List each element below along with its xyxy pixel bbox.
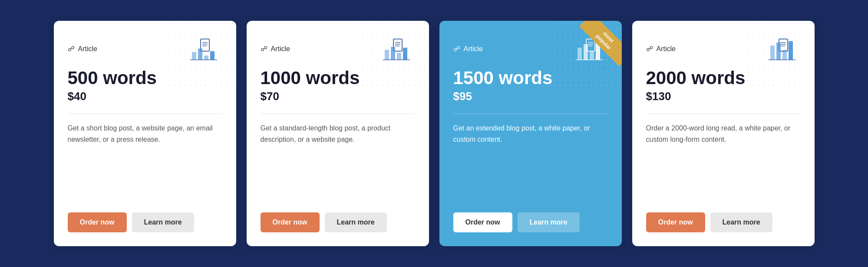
svg-rect-7 <box>210 51 215 60</box>
article-icon-500: ☍ <box>68 45 75 53</box>
card-actions-500: Order now Learn more <box>68 212 222 232</box>
card-actions-2000: Order now Learn more <box>646 212 801 232</box>
card-header-1000: ☍ Article <box>261 35 415 63</box>
svg-rect-34 <box>789 41 793 60</box>
svg-rect-24 <box>590 51 594 60</box>
card-2000: ☍ Article 2000 words $130 Order a 2000-w… <box>632 21 815 246</box>
pricing-cards: ☍ Article 500 words $40 Get a short blog… <box>43 21 825 246</box>
svg-rect-13 <box>385 50 389 60</box>
card-label-500: ☍ Article <box>68 45 97 53</box>
card-divider-1500 <box>453 114 608 114</box>
card-divider-2000 <box>646 114 801 114</box>
card-label-text-2000: Article <box>657 45 676 53</box>
article-icon-1000: ☍ <box>261 45 267 53</box>
card-500: ☍ Article 500 words $40 Get a short blog… <box>54 21 236 246</box>
svg-rect-15 <box>397 53 401 60</box>
card-description-2000: Order a 2000-word long read, a white pap… <box>646 123 801 199</box>
svg-rect-4 <box>192 52 196 60</box>
svg-rect-33 <box>782 50 787 60</box>
svg-rect-23 <box>584 44 588 60</box>
svg-rect-16 <box>403 48 407 60</box>
svg-rect-31 <box>770 46 775 60</box>
order-button-2000[interactable]: Order now <box>646 212 705 232</box>
card-divider-500 <box>68 114 222 114</box>
order-button-1500[interactable]: Order now <box>453 212 512 232</box>
card-header-500: ☍ Article <box>68 35 222 63</box>
card-actions-1500: Order now Learn more <box>453 212 608 232</box>
card-title-1500: 1500 words <box>453 68 608 88</box>
card-label-text-500: Article <box>78 45 97 53</box>
chart-illustration-1000 <box>380 35 415 63</box>
card-price-1500: $95 <box>453 90 608 103</box>
chart-illustration-2000 <box>766 35 801 63</box>
card-label-1000: ☍ Article <box>261 45 290 53</box>
order-button-1000[interactable]: Order now <box>261 212 320 232</box>
order-button-500[interactable]: Order now <box>68 212 127 232</box>
chart-illustration-500 <box>188 35 222 63</box>
svg-rect-22 <box>578 48 582 60</box>
learn-button-1500[interactable]: Learn more <box>518 212 580 232</box>
card-header-1500: ☍ Article <box>453 35 608 63</box>
card-price-2000: $130 <box>646 90 801 103</box>
card-divider-1000 <box>261 114 415 114</box>
svg-rect-5 <box>198 49 202 60</box>
article-icon-1500: ☍ <box>453 45 460 53</box>
learn-button-500[interactable]: Learn more <box>132 212 194 232</box>
card-label-text-1500: Article <box>464 45 483 53</box>
learn-button-2000[interactable]: Learn more <box>710 212 772 232</box>
card-price-500: $40 <box>68 90 222 103</box>
card-actions-1000: Order now Learn more <box>261 212 415 232</box>
card-1500: most popular ☍ Article 1500 words $95 Ge… <box>439 21 622 246</box>
learn-button-1000[interactable]: Learn more <box>325 212 387 232</box>
card-price-1000: $70 <box>261 90 415 103</box>
card-label-2000: ☍ Article <box>646 45 676 53</box>
card-label-text-1000: Article <box>271 45 290 53</box>
card-1000: ☍ Article 1000 words $70 Get a standard-… <box>247 21 429 246</box>
card-description-1000: Get a standard-length blog post, a produ… <box>261 123 415 199</box>
svg-rect-6 <box>204 55 208 60</box>
card-title-1000: 1000 words <box>261 68 415 88</box>
card-description-1500: Get an extended blog post, a white paper… <box>453 123 608 199</box>
card-description-500: Get a short blog post, a website page, a… <box>68 123 222 199</box>
card-title-500: 500 words <box>68 68 222 88</box>
svg-rect-14 <box>391 47 395 60</box>
article-icon-2000: ☍ <box>646 45 653 53</box>
svg-rect-32 <box>776 42 781 60</box>
card-header-2000: ☍ Article <box>646 35 801 63</box>
card-label-1500: ☍ Article <box>453 45 483 53</box>
card-title-2000: 2000 words <box>646 68 801 88</box>
